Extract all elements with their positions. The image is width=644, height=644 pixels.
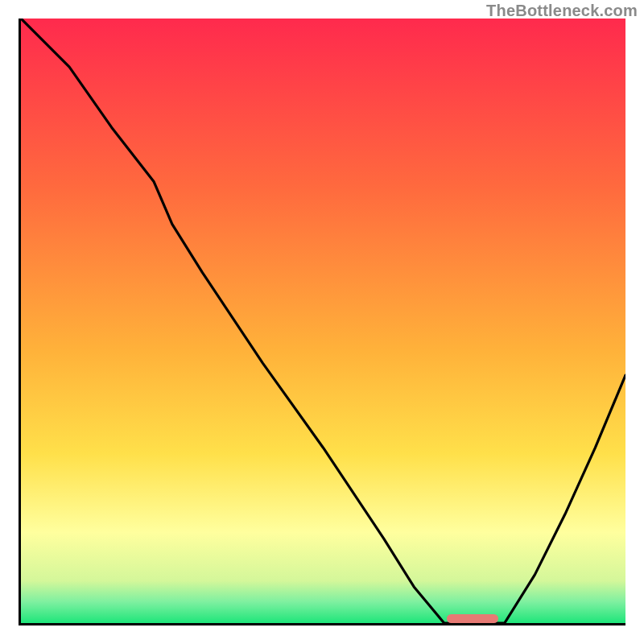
optimal-range-marker [447,614,498,623]
watermark-text: TheBottleneck.com [486,2,638,20]
svg-rect-0 [21,19,625,623]
background-gradient [21,19,625,623]
plot-area [19,19,625,625]
bottleneck-chart: TheBottleneck.com [0,0,644,644]
